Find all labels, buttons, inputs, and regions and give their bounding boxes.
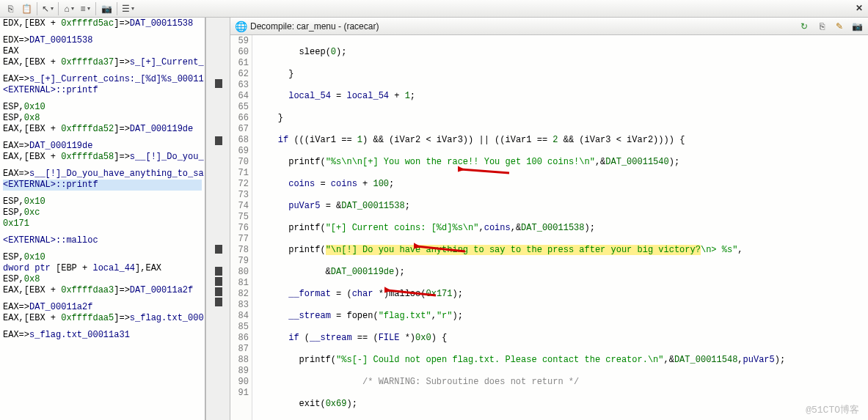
snapshot-icon[interactable]: 📷 xyxy=(99,1,114,16)
line-numbers: 5960616263646566676869707172737475767778… xyxy=(230,35,252,420)
listing-row[interactable]: 0x171 xyxy=(3,218,202,229)
listing-row[interactable]: ESP,0x10 xyxy=(3,102,202,113)
copy-icon[interactable]: ⎘ xyxy=(815,20,828,33)
sep xyxy=(117,2,117,15)
listing-row[interactable]: EAX,[EBX + 0xffffda52]=>DAT_000119de xyxy=(3,124,202,135)
listing-row[interactable]: EAX,[EBX + 0xffffda37]=>s_[+]_Current_ xyxy=(3,57,202,68)
sep xyxy=(37,2,37,15)
listing-row[interactable]: ESP,0xc xyxy=(3,207,202,218)
listing-row[interactable]: ESP,0x8 xyxy=(3,113,202,124)
listing-row[interactable]: EAX,[EBX + 0xffffdaa3]=>DAT_00011a2f xyxy=(3,285,202,296)
decompile-pane: 🌐 Decompile: car_menu - (racecar) ↻ ⎘ ✎ … xyxy=(230,18,868,420)
listing-row[interactable]: EAX=>DAT_00011a2f xyxy=(3,302,202,313)
listing-row[interactable]: EAX,[EBX + 0xffffdaa5]=>s_flag.txt_000 xyxy=(3,313,202,324)
decompile-title: Decompile: car_menu - (racecar) xyxy=(250,21,379,32)
main-split: EDX,[EBX + 0xffffd5ac]=>DAT_00011538 EDX… xyxy=(0,18,868,420)
code-area[interactable]: 5960616263646566676869707172737475767778… xyxy=(230,35,868,420)
listing-row[interactable]: EDX,[EBX + 0xffffd5ac]=>DAT_00011538 xyxy=(3,18,202,29)
cursor-icon[interactable]: ↖ xyxy=(40,1,55,16)
refresh-icon[interactable]: ↻ xyxy=(798,20,811,33)
close-icon[interactable]: ✕ xyxy=(853,3,865,15)
listing-row[interactable]: <EXTERNAL>::printf xyxy=(3,85,202,96)
listing-row[interactable]: ESP,0x10 xyxy=(3,252,202,263)
listing-row[interactable]: ESP,0x8 xyxy=(3,274,202,285)
listing-row[interactable]: EAX=>s_[+]_Current_coins:_[%d]%s_00011 xyxy=(3,74,202,85)
menu-icon[interactable]: ☰ xyxy=(120,1,135,16)
edit-icon[interactable]: ✎ xyxy=(833,20,846,33)
listing-row[interactable]: dword ptr [EBP + local_44],EAX xyxy=(3,263,202,274)
home-icon[interactable]: ⌂ xyxy=(62,1,76,16)
listing-row[interactable]: EDX=>DAT_00011538 xyxy=(3,35,202,46)
svg-line-0 xyxy=(461,169,509,173)
listing-row[interactable]: EAX,[EBX + 0xffffda58]=>s__[!]_Do_you_ xyxy=(3,152,202,163)
listing-toolbar: ⎘ 📋 ↖ ⌂ ≡ 📷 ☰ ✕ xyxy=(0,0,868,18)
listing-row[interactable]: ESP,0x10 xyxy=(3,196,202,207)
snapshot-icon[interactable]: 📷 xyxy=(850,20,864,33)
copy-icon[interactable]: ⎘ xyxy=(3,1,18,16)
listing-row-selected[interactable]: <EXTERNAL>::printf xyxy=(3,180,202,191)
listing-pane: EDX,[EBX + 0xffffd5ac]=>DAT_00011538 EDX… xyxy=(0,18,205,420)
decompile-icon: 🌐 xyxy=(235,21,247,32)
paste-icon[interactable]: 📋 xyxy=(19,1,34,16)
listing-view[interactable]: EDX,[EBX + 0xffffd5ac]=>DAT_00011538 EDX… xyxy=(0,18,205,420)
listing-row[interactable]: EAX=>DAT_000119de xyxy=(3,141,202,152)
overview-gutter[interactable] xyxy=(205,18,230,420)
annotation-arrow xyxy=(458,166,517,180)
decompile-titlebar: 🌐 Decompile: car_menu - (racecar) ↻ ⎘ ✎ … xyxy=(230,18,868,35)
sep xyxy=(95,2,96,15)
code-text[interactable]: sleep(0); } local_54 = local_54 + 1; } i… xyxy=(252,35,868,420)
sep xyxy=(58,2,59,15)
watermark: @51CTO博客 xyxy=(806,405,859,416)
listing-row[interactable]: EAX=>s_flag.txt_00011a31 xyxy=(3,330,202,341)
field-icon[interactable]: ≡ xyxy=(78,1,92,16)
listing-row[interactable]: EAX xyxy=(3,46,202,57)
listing-row[interactable]: <EXTERNAL>::malloc xyxy=(3,235,202,246)
listing-row[interactable]: EAX=>s__[!]_Do_you_have_anything_to_sa xyxy=(3,169,202,180)
